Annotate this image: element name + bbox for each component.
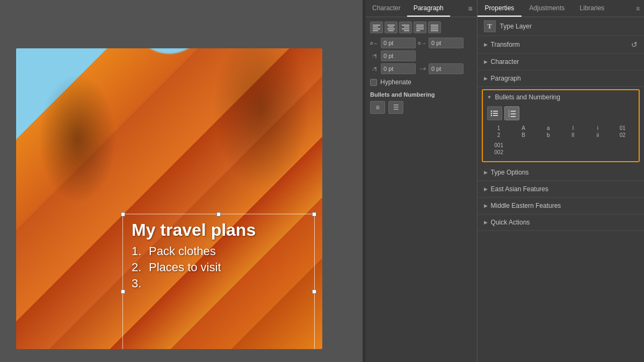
space-after-input[interactable] [381,63,416,74]
indent-right-icon: ≡→ [418,40,426,46]
align-center-btn[interactable] [385,21,397,33]
bullets-chevron: ▼ [487,95,492,100]
panel-menu-icon[interactable]: ≡ [464,4,476,13]
svg-point-20 [490,111,492,112]
middle-eastern-section: ▶ Middle Eastern Features [477,198,644,214]
list-item-2: 2. Places to visit [132,260,256,274]
canvas-text[interactable]: My travel plans 1. Pack clothes 2. Place… [132,220,256,293]
numbered-list-btn[interactable]: ☰ [388,101,403,114]
indent-left-row: ≡← ≡→ [370,38,473,48]
props-tabs: Properties Adjustments Libraries ≡ [477,0,644,17]
svg-rect-16 [431,25,438,26]
character-chevron: ▶ [484,59,488,64]
numbering-lower-alpha[interactable]: a b [537,124,560,140]
transform-header[interactable]: ▶ Transform ↺ [477,36,644,53]
east-asian-label: East Asian Features [491,185,548,193]
panel-tabs: Character Paragraph ≡ [366,0,477,17]
middle-eastern-label: Middle Eastern Features [491,202,561,209]
canvas-area: My travel plans 1. Pack clothes 2. Place… [0,0,363,362]
panel-content: ≡← ≡→ ↑¶ ↓¶ →≡ Hyphenate Bullets [366,17,477,362]
svg-rect-3 [373,31,378,32]
numbering-upper-roman[interactable]: I II [561,124,585,140]
align-justify-btn[interactable] [414,21,426,33]
svg-rect-13 [416,27,424,28]
paragraph-label: Paragraph [491,75,521,82]
type-options-header[interactable]: ▶ Type Options [477,164,644,180]
character-header[interactable]: ▶ Character [477,54,644,70]
tab-libraries[interactable]: Libraries [572,0,612,17]
svg-rect-5 [388,27,394,28]
numbering-padded-3[interactable]: 001 002 [487,141,511,157]
paragraph-panel: Character Paragraph ≡ [366,0,477,362]
list-item-3: 3. [132,277,256,291]
bullets-numbering-section-label: Bullets and Numbering [495,93,560,101]
indent-right-input[interactable] [429,38,464,48]
svg-rect-15 [416,31,420,32]
space-after-row: ↓¶ →≡ [370,63,473,74]
middle-eastern-chevron: ▶ [484,203,488,208]
character-label: Character [491,58,519,66]
space-before-row: ↑¶ [370,50,473,61]
bullet-list-btn[interactable]: ≡ [370,101,385,114]
middle-eastern-header[interactable]: ▶ Middle Eastern Features [477,198,644,214]
type-layer-row: T Type Layer [477,17,644,35]
align-justify-all-btn[interactable] [428,21,441,33]
svg-rect-9 [404,27,409,28]
bullets-numbering-label: Bullets and Numbering [370,91,473,98]
bullets-panel-content: 1. 2. 3. 1 2 [483,104,639,161]
quick-actions-section: ▶ Quick Actions [477,214,644,231]
ordered-list-btn[interactable]: 1. 2. 3. [504,106,519,120]
svg-point-22 [490,113,492,114]
first-indent-icon: →≡ [418,66,426,71]
svg-rect-6 [387,28,395,30]
numbering-padded-2[interactable]: 01 02 [611,124,634,140]
svg-rect-4 [387,25,395,26]
indent-left-input[interactable] [381,38,416,48]
character-section: ▶ Character [477,54,644,70]
numbering-arabic[interactable]: 1 2 [487,124,511,140]
reset-transform-icon[interactable]: ↺ [631,40,638,49]
align-right-btn[interactable] [399,21,412,33]
svg-rect-11 [404,31,409,32]
transform-section: ▶ Transform ↺ [477,36,644,54]
transform-chevron: ▶ [484,42,488,47]
numbering-upper-alpha[interactable]: A B [512,124,536,140]
hyphenate-checkbox[interactable] [370,79,377,86]
unordered-list-btn[interactable] [487,106,502,120]
bullets-numbering-header[interactable]: ▼ Bullets and Numbering [483,90,639,104]
type-options-chevron: ▶ [484,170,488,175]
type-options-label: Type Options [491,169,529,176]
props-menu-icon[interactable]: ≡ [632,5,644,12]
numbering-lower-roman[interactable]: i ii [586,124,610,140]
tab-character[interactable]: Character [366,0,407,17]
first-indent-input[interactable] [429,63,464,74]
hyphenate-row: Hyphenate [370,78,473,86]
svg-rect-7 [388,31,394,32]
bullets-numbering-section: ▼ Bullets and Numbering [482,89,640,162]
svg-rect-23 [493,113,498,114]
svg-rect-0 [373,25,380,26]
type-layer-section: T Type Layer [477,17,644,36]
paragraph-header[interactable]: ▶ Paragraph [477,70,644,86]
numbering-options: 1 2 A B a b I II [487,124,634,157]
svg-point-24 [490,115,492,117]
right-panel: Character Paragraph ≡ [363,0,644,362]
space-before-icon: ↑¶ [370,53,379,59]
type-layer-icon: T [484,20,496,32]
list-item-1: 1. Pack clothes [132,244,256,258]
svg-rect-1 [373,27,378,28]
paragraph-section: ▶ Paragraph [477,70,644,87]
tab-properties[interactable]: Properties [477,0,522,17]
svg-rect-18 [431,28,438,30]
svg-rect-19 [431,31,438,32]
quick-actions-header[interactable]: ▶ Quick Actions [477,214,644,230]
east-asian-section: ▶ East Asian Features [477,181,644,198]
tab-adjustments[interactable]: Adjustments [522,0,572,17]
east-asian-header[interactable]: ▶ East Asian Features [477,181,644,197]
bullets-btn-row: ≡ ☰ [370,101,473,114]
type-options-section: ▶ Type Options [477,164,644,181]
tab-paragraph[interactable]: Paragraph [407,0,450,17]
align-left-btn[interactable] [370,21,383,33]
quick-actions-chevron: ▶ [484,220,488,225]
space-before-input[interactable] [381,50,416,61]
